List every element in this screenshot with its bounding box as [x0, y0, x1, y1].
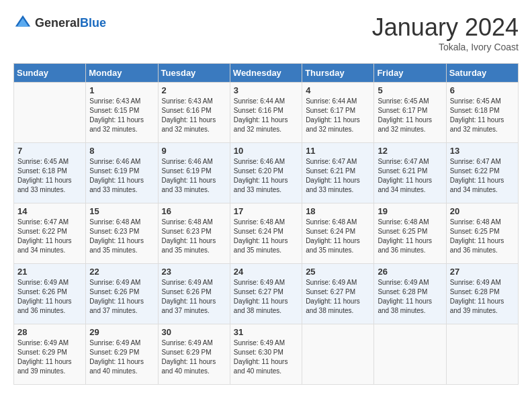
header-day-tuesday: Tuesday — [158, 64, 230, 83]
day-number: 18 — [306, 206, 370, 216]
day-info: Sunrise: 6:48 AMSunset: 6:24 PMDaylight:… — [234, 218, 298, 255]
day-info: Sunrise: 6:45 AMSunset: 6:18 PMDaylight:… — [17, 157, 82, 195]
day-info: Sunrise: 6:43 AMSunset: 6:16 PMDaylight:… — [162, 97, 226, 134]
day-info: Sunrise: 6:43 AMSunset: 6:15 PMDaylight:… — [89, 97, 154, 134]
day-info: Sunrise: 6:47 AMSunset: 6:21 PMDaylight:… — [378, 157, 442, 195]
day-number: 2 — [162, 85, 226, 95]
calendar-week-5: 28Sunrise: 6:49 AMSunset: 6:29 PMDayligh… — [14, 324, 519, 385]
calendar-cell: 23Sunrise: 6:49 AMSunset: 6:26 PMDayligh… — [158, 264, 230, 324]
day-number: 4 — [306, 85, 370, 95]
calendar-cell: 29Sunrise: 6:49 AMSunset: 6:29 PMDayligh… — [86, 324, 158, 385]
day-number: 20 — [450, 206, 515, 216]
day-info: Sunrise: 6:44 AMSunset: 6:17 PMDaylight:… — [306, 97, 370, 134]
day-number: 22 — [89, 267, 154, 277]
day-info: Sunrise: 6:49 AMSunset: 6:26 PMDaylight:… — [89, 278, 154, 316]
calendar-body: 1Sunrise: 6:43 AMSunset: 6:15 PMDaylight… — [14, 83, 519, 385]
calendar-cell — [374, 324, 446, 385]
calendar-table: SundayMondayTuesdayWednesdayThursdayFrid… — [13, 63, 519, 385]
day-info: Sunrise: 6:49 AMSunset: 6:29 PMDaylight:… — [17, 338, 82, 376]
calendar-cell: 16Sunrise: 6:48 AMSunset: 6:23 PMDayligh… — [158, 203, 230, 264]
day-info: Sunrise: 6:47 AMSunset: 6:22 PMDaylight:… — [450, 157, 515, 195]
calendar-cell: 31Sunrise: 6:49 AMSunset: 6:30 PMDayligh… — [230, 324, 302, 385]
day-number: 28 — [17, 327, 82, 337]
day-number: 24 — [234, 267, 298, 277]
calendar-cell: 18Sunrise: 6:48 AMSunset: 6:24 PMDayligh… — [302, 203, 374, 264]
day-number: 11 — [306, 146, 370, 156]
calendar-cell: 19Sunrise: 6:48 AMSunset: 6:25 PMDayligh… — [374, 203, 446, 264]
day-number: 8 — [89, 146, 154, 156]
day-number: 14 — [17, 206, 82, 216]
calendar-cell: 14Sunrise: 6:47 AMSunset: 6:22 PMDayligh… — [14, 203, 86, 264]
day-number: 10 — [234, 146, 298, 156]
day-number: 17 — [234, 206, 298, 216]
day-number: 21 — [17, 267, 82, 277]
calendar-cell: 12Sunrise: 6:47 AMSunset: 6:21 PMDayligh… — [374, 143, 446, 203]
calendar-cell: 9Sunrise: 6:46 AMSunset: 6:19 PMDaylight… — [158, 143, 230, 203]
calendar-cell: 10Sunrise: 6:46 AMSunset: 6:20 PMDayligh… — [230, 143, 302, 203]
logo: GeneralBlue — [13, 13, 106, 32]
day-info: Sunrise: 6:49 AMSunset: 6:26 PMDaylight:… — [17, 278, 82, 316]
day-number: 15 — [89, 206, 154, 216]
day-number: 27 — [450, 267, 515, 277]
day-info: Sunrise: 6:48 AMSunset: 6:24 PMDaylight:… — [306, 218, 370, 255]
title-block: January 2024 Tokala, Ivory Coast — [372, 13, 519, 52]
day-info: Sunrise: 6:48 AMSunset: 6:23 PMDaylight:… — [162, 218, 226, 255]
day-info: Sunrise: 6:49 AMSunset: 6:28 PMDaylight:… — [378, 278, 442, 316]
day-number: 29 — [89, 327, 154, 337]
day-number: 31 — [234, 327, 298, 337]
day-info: Sunrise: 6:46 AMSunset: 6:19 PMDaylight:… — [162, 157, 226, 195]
day-info: Sunrise: 6:49 AMSunset: 6:27 PMDaylight:… — [234, 278, 298, 316]
day-number: 7 — [17, 146, 82, 156]
header-day-sunday: Sunday — [14, 64, 86, 83]
day-info: Sunrise: 6:47 AMSunset: 6:22 PMDaylight:… — [17, 218, 82, 255]
day-info: Sunrise: 6:45 AMSunset: 6:18 PMDaylight:… — [450, 97, 515, 134]
day-info: Sunrise: 6:48 AMSunset: 6:25 PMDaylight:… — [450, 218, 515, 255]
calendar-cell: 17Sunrise: 6:48 AMSunset: 6:24 PMDayligh… — [230, 203, 302, 264]
calendar-cell: 8Sunrise: 6:46 AMSunset: 6:19 PMDaylight… — [86, 143, 158, 203]
day-info: Sunrise: 6:44 AMSunset: 6:16 PMDaylight:… — [234, 97, 298, 134]
calendar-cell: 15Sunrise: 6:48 AMSunset: 6:23 PMDayligh… — [86, 203, 158, 264]
calendar-cell: 6Sunrise: 6:45 AMSunset: 6:18 PMDaylight… — [446, 83, 518, 143]
day-number: 13 — [450, 146, 515, 156]
calendar-cell: 21Sunrise: 6:49 AMSunset: 6:26 PMDayligh… — [14, 264, 86, 324]
calendar-cell: 2Sunrise: 6:43 AMSunset: 6:16 PMDaylight… — [158, 83, 230, 143]
calendar-cell — [14, 83, 86, 143]
calendar-cell: 5Sunrise: 6:45 AMSunset: 6:17 PMDaylight… — [374, 83, 446, 143]
calendar-cell: 7Sunrise: 6:45 AMSunset: 6:18 PMDaylight… — [14, 143, 86, 203]
location-subtitle: Tokala, Ivory Coast — [372, 42, 519, 52]
calendar-cell: 24Sunrise: 6:49 AMSunset: 6:27 PMDayligh… — [230, 264, 302, 324]
day-number: 3 — [234, 85, 298, 95]
calendar-cell: 1Sunrise: 6:43 AMSunset: 6:15 PMDaylight… — [86, 83, 158, 143]
calendar-cell — [446, 324, 518, 385]
calendar-cell — [302, 324, 374, 385]
day-number: 26 — [378, 267, 442, 277]
day-info: Sunrise: 6:45 AMSunset: 6:17 PMDaylight:… — [378, 97, 442, 134]
day-number: 23 — [162, 267, 226, 277]
day-number: 5 — [378, 85, 442, 95]
day-number: 6 — [450, 85, 515, 95]
day-info: Sunrise: 6:49 AMSunset: 6:28 PMDaylight:… — [450, 278, 515, 316]
calendar-cell: 26Sunrise: 6:49 AMSunset: 6:28 PMDayligh… — [374, 264, 446, 324]
logo-text-blue: Blue — [80, 16, 106, 30]
day-info: Sunrise: 6:48 AMSunset: 6:25 PMDaylight:… — [378, 218, 442, 255]
calendar-cell: 4Sunrise: 6:44 AMSunset: 6:17 PMDaylight… — [302, 83, 374, 143]
calendar-cell: 25Sunrise: 6:49 AMSunset: 6:27 PMDayligh… — [302, 264, 374, 324]
calendar-week-4: 21Sunrise: 6:49 AMSunset: 6:26 PMDayligh… — [14, 264, 519, 324]
header-day-monday: Monday — [86, 64, 158, 83]
day-number: 1 — [89, 85, 154, 95]
calendar-cell: 3Sunrise: 6:44 AMSunset: 6:16 PMDaylight… — [230, 83, 302, 143]
header-row: SundayMondayTuesdayWednesdayThursdayFrid… — [14, 64, 519, 83]
calendar-week-3: 14Sunrise: 6:47 AMSunset: 6:22 PMDayligh… — [14, 203, 519, 264]
day-info: Sunrise: 6:46 AMSunset: 6:19 PMDaylight:… — [89, 157, 154, 195]
calendar-cell: 13Sunrise: 6:47 AMSunset: 6:22 PMDayligh… — [446, 143, 518, 203]
calendar-cell: 11Sunrise: 6:47 AMSunset: 6:21 PMDayligh… — [302, 143, 374, 203]
calendar-cell: 27Sunrise: 6:49 AMSunset: 6:28 PMDayligh… — [446, 264, 518, 324]
month-title: January 2024 — [372, 13, 519, 42]
header-day-wednesday: Wednesday — [230, 64, 302, 83]
logo-icon — [13, 13, 32, 32]
calendar-week-1: 1Sunrise: 6:43 AMSunset: 6:15 PMDaylight… — [14, 83, 519, 143]
day-number: 25 — [306, 267, 370, 277]
day-info: Sunrise: 6:49 AMSunset: 6:29 PMDaylight:… — [89, 338, 154, 376]
day-number: 19 — [378, 206, 442, 216]
day-number: 12 — [378, 146, 442, 156]
